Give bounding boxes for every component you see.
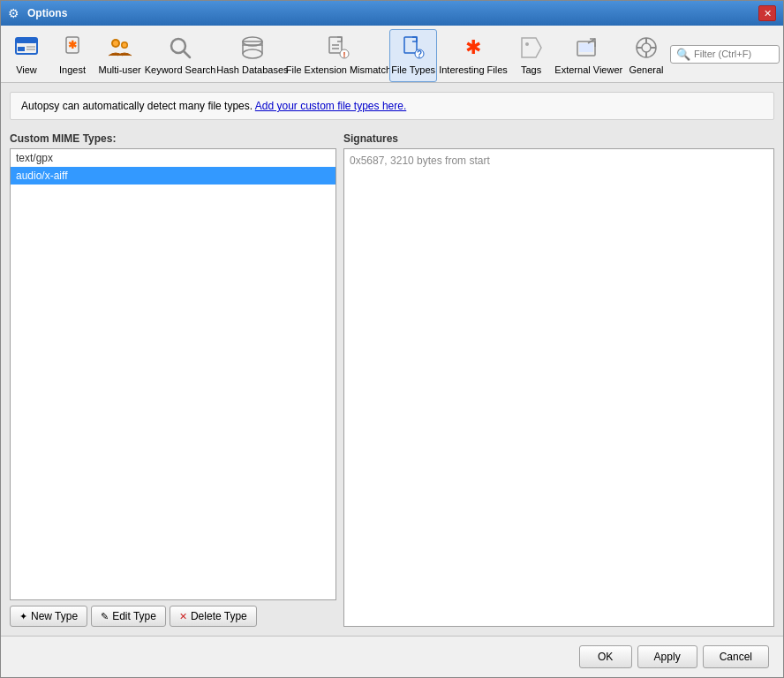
window-icon: ⚙	[8, 6, 22, 20]
toolbar-btn-general[interactable]: General	[624, 29, 668, 82]
tags-icon	[517, 34, 546, 62]
hash-databases-icon	[238, 34, 267, 62]
interesting-label: Interesting Files	[439, 64, 508, 76]
svg-text:!: !	[343, 50, 346, 59]
ingest-icon: ✱	[58, 34, 87, 62]
panels-container: Custom MIME Types: text/gpx audio/x-aiff…	[10, 129, 774, 627]
multiuser-icon	[106, 34, 134, 62]
svg-rect-14	[243, 41, 262, 45]
svg-point-32	[642, 43, 651, 52]
toolbar-search: 🔍	[670, 29, 780, 82]
edit-type-button[interactable]: ✎ Edit Type	[91, 606, 166, 627]
toolbar-btn-view[interactable]: View	[4, 29, 49, 82]
svg-line-12	[184, 51, 190, 57]
file-extension-mismatch-icon: !	[324, 34, 352, 62]
general-icon	[632, 34, 660, 62]
ingest-label: Ingest	[59, 64, 86, 76]
svg-rect-1	[16, 38, 37, 43]
interesting-files-icon: ✱	[459, 34, 487, 62]
external-viewer-icon	[575, 34, 603, 62]
mime-types-list[interactable]: text/gpx audio/x-aiff	[10, 148, 336, 600]
toolbar-btn-keyword[interactable]: Keyword Search	[145, 29, 215, 82]
extension-label: File Extension Mismatch	[286, 64, 391, 76]
signature-text: 0x5687, 3210 bytes from start	[350, 154, 490, 167]
svg-text:✱: ✱	[68, 39, 77, 51]
hash-label: Hash Databases	[216, 64, 288, 76]
title-bar-left: ⚙ Options	[8, 6, 67, 20]
signatures-box: 0x5687, 3210 bytes from start	[343, 148, 774, 627]
keyword-search-icon	[166, 34, 194, 62]
delete-type-button[interactable]: ✕ Delete Type	[170, 606, 257, 627]
new-type-button[interactable]: ✦ New Type	[10, 606, 87, 627]
delete-type-icon: ✕	[179, 611, 187, 622]
mime-types-header: Custom MIME Types:	[10, 129, 336, 148]
edit-type-icon: ✎	[101, 611, 109, 622]
toolbar-btn-hash[interactable]: Hash Databases	[217, 29, 288, 82]
left-panel: Custom MIME Types: text/gpx audio/x-aiff…	[10, 129, 336, 627]
options-window: ⚙ Options ✕ View	[0, 0, 784, 678]
title-bar: ⚙ Options ✕	[1, 1, 783, 26]
apply-button[interactable]: Apply	[637, 645, 697, 668]
close-button[interactable]: ✕	[758, 5, 776, 21]
window-title: Options	[27, 7, 67, 19]
new-type-icon: ✦	[19, 611, 27, 622]
keyword-label: Keyword Search	[145, 64, 216, 76]
svg-point-15	[243, 49, 262, 58]
svg-rect-29	[579, 43, 593, 52]
cancel-button[interactable]: Cancel	[703, 645, 769, 668]
search-box[interactable]: 🔍	[670, 45, 780, 64]
view-label: View	[16, 64, 37, 76]
info-bar: Autopsy can automatically detect many fi…	[10, 92, 774, 120]
toolbar-btn-extension[interactable]: ! File Extension Mismatch	[290, 29, 388, 82]
svg-point-8	[113, 41, 118, 46]
ok-button[interactable]: OK	[579, 645, 632, 668]
right-panel: Signatures 0x5687, 3210 bytes from start	[343, 129, 774, 627]
toolbar-btn-filetypes[interactable]: ? File Types	[389, 29, 438, 82]
list-item[interactable]: audio/x-aiff	[11, 167, 335, 185]
svg-text:?: ?	[417, 49, 422, 59]
toolbar: View ✱ Ingest	[1, 26, 783, 83]
title-bar-controls: ✕	[758, 5, 776, 21]
info-link[interactable]: Add your custom file types here.	[255, 100, 406, 112]
toolbar-btn-tags[interactable]: Tags	[509, 29, 554, 82]
search-icon: 🔍	[676, 48, 690, 61]
file-types-icon: ?	[399, 34, 427, 62]
external-label: External Viewer	[554, 64, 622, 76]
signatures-header: Signatures	[343, 129, 774, 148]
view-icon	[12, 34, 41, 62]
svg-point-10	[122, 43, 126, 48]
footer: OK Apply Cancel	[1, 636, 783, 677]
list-item[interactable]: text/gpx	[11, 149, 335, 167]
toolbar-btn-multiuser[interactable]: Multi-user	[96, 29, 143, 82]
toolbar-btn-interesting[interactable]: ✱ Interesting Files	[439, 29, 507, 82]
svg-rect-2	[18, 47, 25, 51]
bottom-buttons-left: ✦ New Type ✎ Edit Type ✕ Delete Type	[10, 600, 336, 627]
tags-label: Tags	[521, 64, 541, 76]
toolbar-btn-external[interactable]: External Viewer	[555, 29, 622, 82]
search-input[interactable]	[694, 49, 773, 59]
svg-point-27	[525, 42, 529, 46]
multiuser-label: Multi-user	[98, 64, 140, 76]
filetypes-label: File Types	[391, 64, 435, 76]
general-label: General	[629, 64, 663, 76]
info-text-static: Autopsy can automatically detect many fi…	[21, 100, 255, 112]
svg-rect-23	[404, 37, 417, 53]
svg-text:✱: ✱	[465, 36, 481, 58]
toolbar-btn-ingest[interactable]: ✱ Ingest	[50, 29, 94, 82]
content-area: Autopsy can automatically detect many fi…	[1, 83, 783, 636]
